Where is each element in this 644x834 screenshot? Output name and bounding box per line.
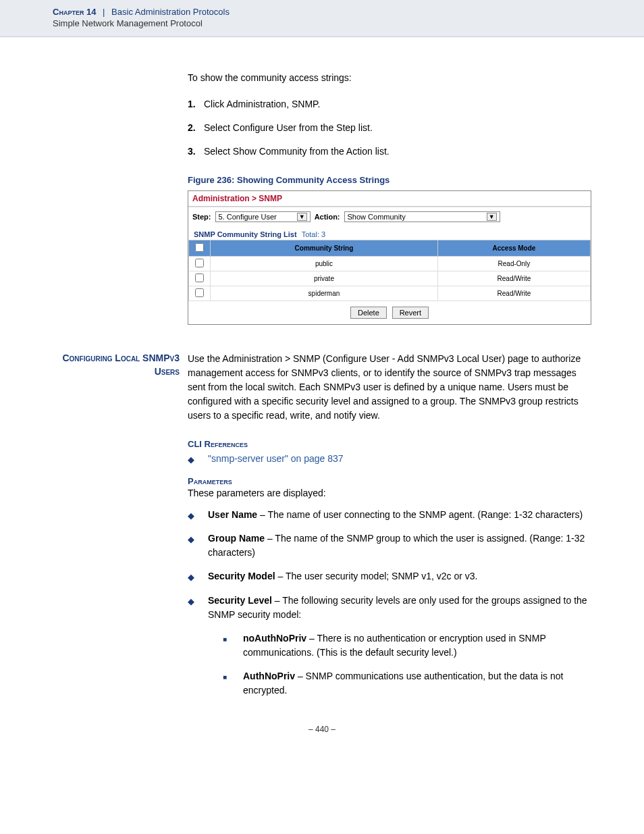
step-number: 1. xyxy=(188,97,204,111)
cell-access-mode: Read/Write xyxy=(437,271,590,286)
sublevel-name: AuthNoPriv xyxy=(243,671,295,681)
cell-access-mode: Read/Write xyxy=(437,286,590,301)
param-item: ◆ User Name – The name of user connectin… xyxy=(188,508,591,523)
total-value: 3 xyxy=(321,230,325,238)
table-row: spiderman Read/Write xyxy=(189,286,591,301)
sublevel-name: noAuthNoPriv xyxy=(243,633,306,644)
cell-access-mode: Read-Only xyxy=(437,257,590,271)
diamond-bullet-icon: ◆ xyxy=(188,508,208,523)
action-dropdown-value: Show Community xyxy=(348,213,406,221)
step-number: 3. xyxy=(188,145,204,159)
chapter-label: Chapter 14 xyxy=(53,7,96,17)
step-text: Select Configure User from the Step list… xyxy=(204,121,373,135)
param-name: Security Level xyxy=(208,595,272,606)
diamond-bullet-icon: ◆ xyxy=(188,594,208,608)
table-row: public Read-Only xyxy=(189,257,591,271)
parameters-heading: Parameters xyxy=(188,476,591,486)
step-dropdown[interactable]: 5. Configure User ▼ xyxy=(215,211,311,222)
step-dropdown-label: Step: xyxy=(192,213,211,221)
figure-caption: Figure 236: Showing Community Access Str… xyxy=(188,175,591,185)
cell-community-string: public xyxy=(211,257,438,271)
community-table: Community String Access Mode public Read… xyxy=(188,240,591,301)
screenshot-panel: Administration > SNMP Step: 5. Configure… xyxy=(188,190,591,325)
select-all-checkbox[interactable] xyxy=(195,243,204,252)
section-body: Use the Administration > SNMP (Configure… xyxy=(188,352,591,423)
cell-community-string: private xyxy=(211,271,438,286)
header-section: Basic Administration Protocols xyxy=(111,7,230,17)
cli-link[interactable]: "snmp-server user" on page 837 xyxy=(208,452,591,466)
column-access-mode: Access Mode xyxy=(437,240,590,257)
page-number: – 440 – xyxy=(53,725,591,734)
step-3: 3. Select Show Community from the Action… xyxy=(188,145,591,159)
diamond-bullet-icon: ◆ xyxy=(188,569,208,584)
step-2: 2. Select Configure User from the Step l… xyxy=(188,121,591,135)
sublevel-item: ■ noAuthNoPriv – There is no authenticat… xyxy=(223,631,591,660)
step-text: Select Show Community from the Action li… xyxy=(204,145,390,159)
param-item: ◆ Group Name – The name of the SNMP grou… xyxy=(188,531,591,560)
param-desc: – The name of user connecting to the SNM… xyxy=(257,509,583,520)
row-checkbox[interactable] xyxy=(195,273,204,282)
chevron-down-icon: ▼ xyxy=(297,213,307,221)
screenshot-breadcrumb: Administration > SNMP xyxy=(188,191,591,207)
step-text: Click Administration, SNMP. xyxy=(204,97,320,111)
delete-button[interactable]: Delete xyxy=(350,307,387,319)
revert-button[interactable]: Revert xyxy=(392,307,429,319)
param-name: Security Model xyxy=(208,571,275,581)
step-1: 1. Click Administration, SNMP. xyxy=(188,97,591,111)
action-dropdown[interactable]: Show Community ▼ xyxy=(344,211,500,222)
param-item: ◆ Security Model – The user security mod… xyxy=(188,569,591,584)
diamond-bullet-icon: ◆ xyxy=(188,452,208,467)
param-name: Group Name xyxy=(208,533,265,544)
list-title: SNMP Community String List xyxy=(194,230,297,238)
row-checkbox[interactable] xyxy=(195,288,204,297)
param-desc: – The user security model; SNMP v1, v2c … xyxy=(275,571,478,581)
param-name: User Name xyxy=(208,509,257,520)
total-label: Total: xyxy=(302,230,319,238)
cell-community-string: spiderman xyxy=(211,286,438,301)
diamond-bullet-icon: ◆ xyxy=(188,531,208,546)
square-bullet-icon: ■ xyxy=(223,669,243,682)
step-number: 2. xyxy=(188,121,204,135)
intro-text: To show the community access strings: xyxy=(188,71,591,85)
table-row: private Read/Write xyxy=(189,271,591,286)
action-dropdown-label: Action: xyxy=(315,213,340,221)
step-dropdown-value: 5. Configure User xyxy=(219,213,277,221)
column-community-string: Community String xyxy=(211,240,438,257)
parameters-intro: These parameters are displayed: xyxy=(188,488,591,498)
param-desc: – The name of the SNMP group to which th… xyxy=(208,533,585,558)
chevron-down-icon: ▼ xyxy=(487,213,497,221)
page-header: Chapter 14 | Basic Administration Protoc… xyxy=(0,0,644,37)
sublevel-item: ■ AuthNoPriv – SNMP communications use a… xyxy=(223,669,591,698)
column-checkbox xyxy=(189,240,211,257)
square-bullet-icon: ■ xyxy=(223,631,243,644)
section-heading: Configuring Local SNMPv3 Users xyxy=(53,352,188,378)
header-separator: | xyxy=(103,7,105,17)
cli-heading: CLI References xyxy=(188,439,591,449)
row-checkbox[interactable] xyxy=(195,259,204,267)
header-subsection: Simple Network Management Protocol xyxy=(53,18,644,28)
param-item: ◆ Security Level – The following securit… xyxy=(188,594,591,622)
step-list: 1. Click Administration, SNMP. 2. Select… xyxy=(188,97,591,159)
